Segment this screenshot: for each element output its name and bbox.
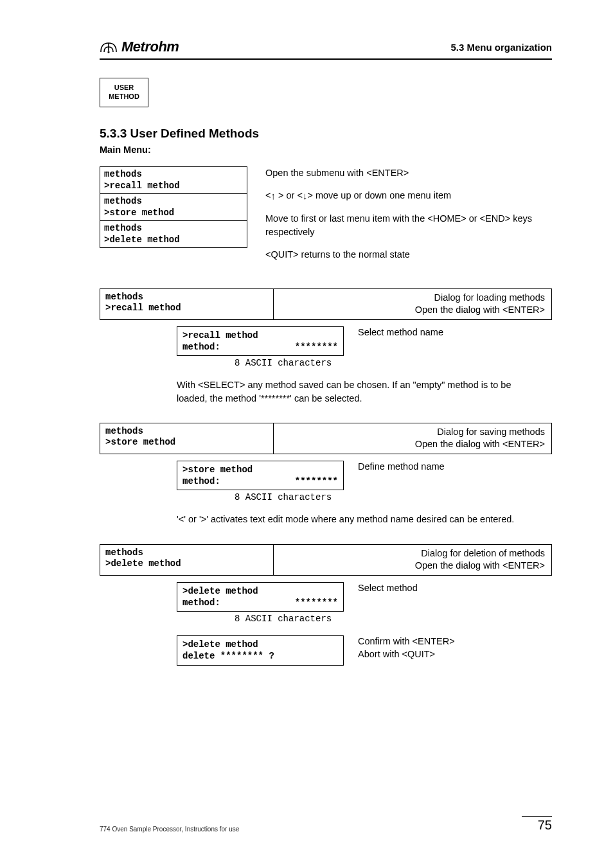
nav-instructions: Open the submenu with <ENTER> <↑ > or <↓…	[247, 166, 552, 270]
metrohm-icon	[100, 40, 118, 53]
page-footer: 774 Oven Sample Processor, Instructions …	[100, 816, 552, 833]
recall-menu: methods >recall method	[100, 289, 274, 319]
store-right: Dialog for saving methods Open the dialo…	[274, 423, 551, 454]
footer-doc-title: 774 Oven Sample Processor, Instructions …	[100, 826, 239, 833]
store-code-box: >store method method: ********	[177, 461, 344, 490]
menu-item-delete: methods >delete method	[100, 221, 247, 247]
delete-section-row: methods >delete method Dialog for deleti…	[100, 544, 552, 576]
store-paragraph: '<' or '>' activates text edit mode wher…	[177, 513, 537, 526]
nav-p2: <↑ > or <↓> move up or down one menu ite…	[265, 189, 552, 203]
delete-menu: methods >delete method	[100, 545, 274, 575]
nav-p4: <QUIT> returns to the normal state	[265, 248, 552, 261]
store-chars-note: 8 ASCII characters	[235, 492, 552, 502]
menu-item-store: methods >store method	[100, 194, 247, 221]
key-line1: USER	[114, 84, 134, 93]
store-section-row: methods >store method Dialog for saving …	[100, 423, 552, 454]
nav-p1: Open the submenu with <ENTER>	[265, 166, 552, 180]
store-menu: methods >store method	[100, 423, 274, 454]
recall-desc: Select method name	[344, 326, 552, 339]
recall-code-box: >recall method method: ********	[177, 326, 344, 356]
store-desc: Define method name	[344, 461, 552, 474]
delete-confirm-box: >delete method delete ******** ?	[177, 635, 344, 665]
section-title: 5.3.3 User Defined Methods	[100, 127, 552, 141]
delete-confirm-desc: Confirm with <ENTER> Abort with <QUIT>	[344, 635, 552, 660]
recall-chars-note: 8 ASCII characters	[235, 358, 552, 368]
page-number: 75	[522, 816, 552, 833]
delete-desc: Select method	[344, 582, 552, 595]
logo-text: Metrohm	[121, 39, 179, 55]
main-menu-label: Main Menu:	[100, 145, 552, 155]
menu-item-recall: methods >recall method	[100, 167, 247, 194]
svg-point-1	[107, 51, 109, 53]
logo: Metrohm	[100, 39, 179, 55]
user-method-key: USER METHOD	[100, 78, 148, 107]
delete-chars-note: 8 ASCII characters	[235, 614, 552, 624]
delete-right: Dialog for deletion of methods Open the …	[274, 545, 551, 575]
recall-right: Dialog for loading methods Open the dial…	[274, 289, 551, 319]
delete-code-box: >delete method method: ********	[177, 582, 344, 612]
recall-section-row: methods >recall method Dialog for loadin…	[100, 288, 552, 320]
nav-p3: Move to first or last menu item with the…	[265, 212, 552, 239]
section-header-label: 5.3 Menu organization	[450, 42, 552, 53]
menu-stack: methods >recall method methods >store me…	[100, 166, 247, 248]
key-line2: METHOD	[109, 93, 139, 102]
page-header: Metrohm 5.3 Menu organization	[100, 39, 552, 60]
recall-paragraph: With <SELECT> any method saved can be ch…	[177, 378, 537, 405]
arrow-up-icon: ↑	[271, 189, 276, 203]
